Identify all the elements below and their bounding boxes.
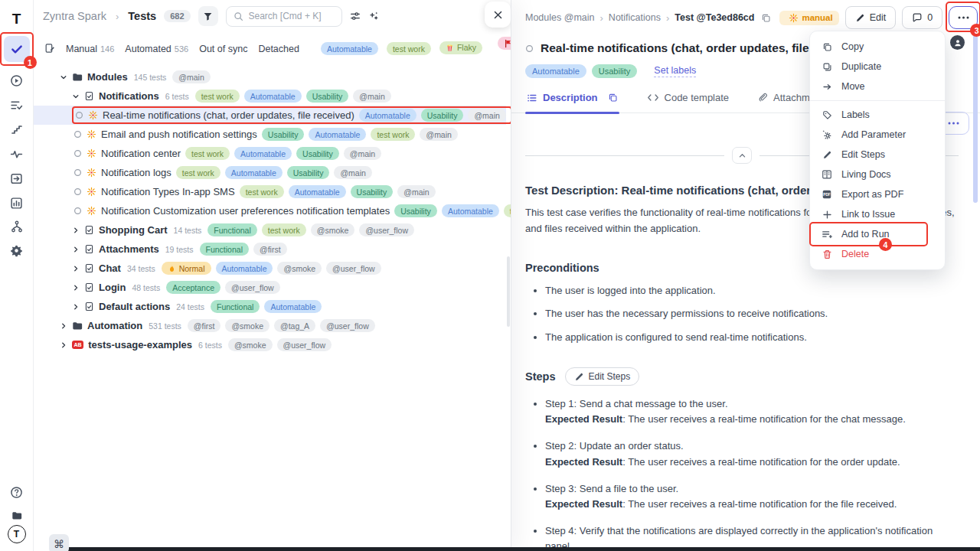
menu-item-link-to-issue[interactable]: Link to Issue [810, 204, 945, 224]
tag-chip-label: test work [191, 149, 224, 158]
filter-automated[interactable]: Automated536 [125, 41, 188, 54]
bottom-window-edge [57, 547, 980, 551]
tag-chip: @main [344, 147, 381, 160]
breadcrumb: Modules @main › Notifications › Test @Te… [525, 11, 839, 25]
tree-row[interactable]: Notification centertest workAutomatableU… [34, 144, 506, 163]
menu-item-duplicate[interactable]: Duplicate [810, 57, 945, 77]
menu-item-export-as-pdf[interactable]: PDFExport as PDF [810, 184, 945, 204]
edit-steps-button[interactable]: Edit Steps [565, 367, 640, 386]
tree-row-label: Email and push notification settings [101, 129, 257, 140]
sidebar-item-import[interactable] [5, 167, 28, 190]
collapse-button[interactable] [732, 147, 752, 164]
step-text: Step 2: Update an order status. [545, 439, 959, 454]
breadcrumb-modules[interactable]: Modules @main [525, 12, 595, 23]
tag-chip-label: Functional [217, 302, 253, 311]
detail-scrollbar[interactable] [973, 34, 978, 203]
plus-icon [821, 210, 833, 220]
copy-icon[interactable] [608, 93, 618, 103]
close-panel-button[interactable] [485, 2, 511, 28]
tree-row[interactable]: Login48 testsAcceptance@user_flow [34, 278, 506, 297]
sidebar-item-runs-play[interactable] [5, 69, 28, 92]
sidebar-item-settings-gear[interactable] [5, 239, 28, 262]
filter-button[interactable] [198, 6, 218, 26]
filter-out-of-sync[interactable]: Out of sync [199, 41, 247, 54]
tree-row-count: 145 tests [134, 73, 167, 82]
sidebar-item-projects-folder[interactable] [5, 504, 28, 527]
tree-row-content: Attachments19 testsFunctional@first [70, 240, 292, 258]
menu-item-add-parameter[interactable]: Add Parameter [810, 125, 945, 145]
tag-chip[interactable]: Flaky [439, 41, 482, 54]
tree-row[interactable]: Default actions24 testsFunctionalAutomat… [34, 297, 506, 316]
tag-chip-label: @smoke [283, 264, 315, 273]
tree-scrollbar[interactable] [507, 256, 510, 327]
sidebar-item-defects-list[interactable] [5, 93, 28, 116]
tag-chip: Automatable [525, 64, 586, 78]
sidebar-item-steps-stairs[interactable] [5, 118, 28, 141]
tree-row[interactable]: Shopping Cart14 testsFunctionaltest work… [34, 220, 506, 240]
precondition-item: The application is configured to send re… [545, 330, 959, 345]
suite-doc-icon [84, 263, 94, 273]
search-field[interactable] [249, 11, 335, 21]
clipboard-edit-icon[interactable] [44, 43, 55, 54]
tree-row[interactable]: Automation531 tests@first@smoke@tag_A@us… [34, 316, 506, 335]
pencil-icon [574, 372, 584, 382]
tag-chip: test work [185, 147, 230, 160]
svg-text:PDF: PDF [823, 193, 831, 197]
tag-chip[interactable]: test work [387, 42, 431, 55]
ai-sparkles-icon[interactable] [368, 11, 379, 21]
tag-chip-label: Usability [312, 92, 343, 101]
sidebar-item-help[interactable] [5, 481, 28, 504]
tab-description[interactable]: Description [525, 89, 619, 112]
assignee-avatar[interactable] [950, 35, 965, 50]
tree-row[interactable]: Email and push notification settingsUsab… [34, 125, 506, 144]
tree-row-label: Attachments [99, 243, 159, 255]
filter-detached[interactable]: Detached [258, 41, 299, 54]
menu-item-edit-steps[interactable]: Edit Steps [810, 145, 945, 165]
tree-row[interactable]: Notification Types In-app SMStest workAu… [34, 182, 506, 201]
menu-item-add-to-run[interactable]: Add to Run4 [810, 224, 945, 244]
tag-chip-label: test work [268, 226, 300, 235]
breadcrumb-notifications[interactable]: Notifications [609, 12, 661, 23]
tab-code-template[interactable]: Code template [645, 89, 731, 112]
breadcrumb-project[interactable]: Zyntra Spark [43, 10, 106, 22]
menu-item-labels[interactable]: Labels [810, 105, 945, 125]
tree-row[interactable]: Real-time notifications (chat, order upd… [34, 106, 506, 125]
comments-button[interactable]: 0 [902, 6, 942, 29]
tree-row[interactable]: Chat34 testsNormalAutomatable@smoke@user… [34, 259, 506, 278]
annotation-badge-3: 3 [970, 24, 980, 37]
tag-icon [821, 110, 833, 120]
menu-item-copy[interactable]: Copy [810, 37, 945, 57]
sidebar-item-workflow-branch[interactable] [5, 215, 28, 238]
flag-chip[interactable] [498, 37, 511, 50]
tree-row[interactable]: Attachments19 testsFunctional@first [34, 240, 506, 259]
tag-chip: Automatable [309, 128, 366, 141]
tag-chip: @main [334, 166, 371, 179]
sliders-icon[interactable] [350, 11, 361, 21]
tree-row-label: Notification Types In-app SMS [101, 186, 235, 197]
filter-label: Automated [125, 44, 171, 54]
copy-icon[interactable] [761, 13, 771, 23]
tree-row[interactable]: Modules145 tests@main [34, 67, 506, 86]
account-avatar[interactable]: T [8, 525, 26, 543]
tree-row[interactable]: ABtests-usage-examples6 tests@smoke@user… [34, 335, 506, 354]
help-icon [10, 486, 23, 499]
set-labels-link[interactable]: Set labels [654, 65, 696, 77]
sidebar-item-tests[interactable]: 1 [4, 36, 30, 62]
menu-item-move[interactable]: Move [810, 77, 945, 96]
sidebar-item-reports-chart[interactable] [5, 191, 28, 214]
tree-row[interactable]: Notification Customization user preferen… [34, 201, 506, 220]
tree-row[interactable]: Notifications6 teststest workAutomatable… [34, 86, 506, 106]
tree-row-label: Notification logs [101, 167, 172, 178]
search-input[interactable] [226, 6, 342, 27]
sidebar-item-activity-pulse[interactable] [5, 142, 28, 165]
tree-row-content: Notification logstest workAutomatableUsa… [72, 164, 377, 181]
edit-button[interactable]: Edit [845, 6, 897, 29]
menu-item-living-docs[interactable]: Living Docs [810, 165, 945, 184]
expected-label: Expected Result [545, 413, 622, 425]
filter-manual[interactable]: Manual146 [66, 41, 114, 54]
tag-chip[interactable]: Automatable [321, 42, 378, 55]
tree-row-content: Notification Customization user preferen… [72, 202, 511, 220]
breadcrumb-test-id[interactable]: Test @Te3ed86cd [675, 12, 754, 23]
tree-row[interactable]: Notification logstest workAutomatableUsa… [34, 163, 506, 182]
menu-item-delete[interactable]: Delete [810, 244, 945, 264]
